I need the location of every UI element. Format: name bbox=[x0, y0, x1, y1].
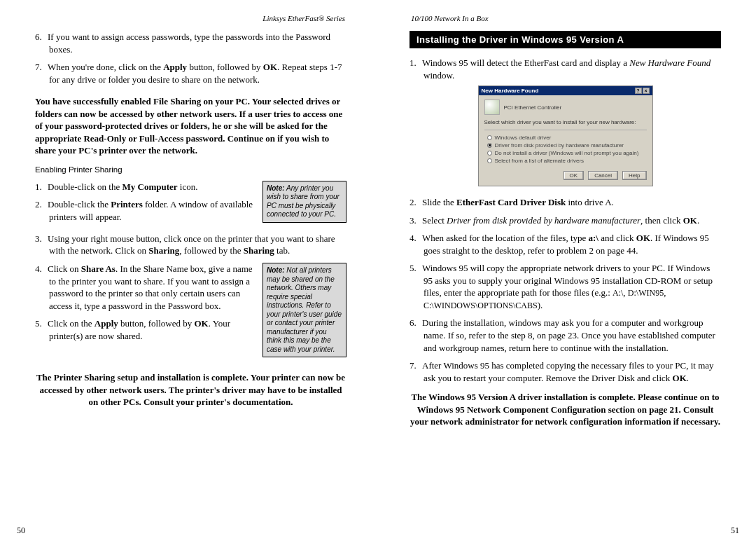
dialog-cancel-button[interactable]: Cancel bbox=[588, 171, 618, 180]
right-step-3: 3.Select Driver from disk provided by ha… bbox=[410, 214, 721, 227]
right-step-4: 4.When asked for the location of the fil… bbox=[410, 232, 721, 256]
radio-driver-from-disk[interactable]: Driver from disk provided by hardware ma… bbox=[487, 142, 647, 149]
dialog-titlebar: New Hardware Found ? × bbox=[479, 86, 652, 95]
printer-step-3: 3.Using your right mouse button, click o… bbox=[35, 233, 346, 257]
dialog-help-button[interactable]: Help bbox=[622, 171, 646, 180]
step-7: 7.When you're done, click on the Apply b… bbox=[35, 61, 346, 85]
note-box-1: Note: Any printer you wish to share from… bbox=[262, 181, 346, 223]
printer-steps-group-2: Note: Not all printers may be shared on … bbox=[35, 263, 346, 362]
right-step-7: 7.After Windows 95 has completed copying… bbox=[410, 359, 721, 384]
left-header: Linksys EtherFast® Series bbox=[35, 14, 346, 22]
radio-default-driver[interactable]: Windows default driver bbox=[487, 135, 647, 141]
right-step-1: 1.Windows 95 will detect the EtherFast c… bbox=[410, 57, 721, 81]
left-page-number: 50 bbox=[17, 525, 25, 536]
right-page-number: 51 bbox=[731, 525, 739, 536]
hardware-name: PCI Ethernet Controller bbox=[504, 104, 562, 111]
file-sharing-complete-block: You have successfully enabled File Shari… bbox=[35, 95, 346, 157]
dialog-ok-button[interactable]: OK bbox=[564, 171, 584, 180]
right-header: 10/100 Network In a Box bbox=[410, 14, 721, 22]
dialog-close-icon[interactable]: × bbox=[643, 88, 650, 94]
printer-sharing-complete-block: The Printer Sharing setup and installati… bbox=[35, 371, 346, 408]
note-box-2: Note: Not all printers may be shared on … bbox=[262, 263, 346, 357]
right-step-5: 5.Windows 95 will copy the appropriate n… bbox=[410, 262, 721, 311]
dialog-prompt: Select which driver you want to install … bbox=[484, 119, 647, 125]
hardware-icon bbox=[484, 99, 500, 115]
right-step-6: 6.During the installation, windows may a… bbox=[410, 317, 721, 354]
printer-steps-group-1: Note: Any printer you wish to share from… bbox=[35, 181, 346, 227]
radio-do-not-install[interactable]: Do not install a driver (Windows will no… bbox=[487, 150, 647, 156]
left-page: Linksys EtherFast® Series 6.If you want … bbox=[0, 0, 378, 550]
right-page: 10/100 Network In a Box Installing the D… bbox=[378, 0, 756, 550]
right-step-2: 2.Slide the EtherFast Card Driver Disk i… bbox=[410, 196, 721, 209]
step-6: 6.If you want to assign access passwords… bbox=[35, 31, 346, 55]
subheading-printer-sharing: Enabling Printer Sharing bbox=[35, 165, 346, 174]
new-hardware-found-dialog: New Hardware Found ? × PCI Ethernet Cont… bbox=[478, 85, 653, 186]
dialog-help-icon[interactable]: ? bbox=[635, 88, 642, 94]
radio-select-from-list[interactable]: Select from a list of alternate drivers bbox=[487, 158, 647, 164]
section-bar: Installing the Driver in Windows 95 Vers… bbox=[410, 31, 721, 48]
final-bold-block: The Windows 95 Version A driver installa… bbox=[410, 391, 721, 428]
